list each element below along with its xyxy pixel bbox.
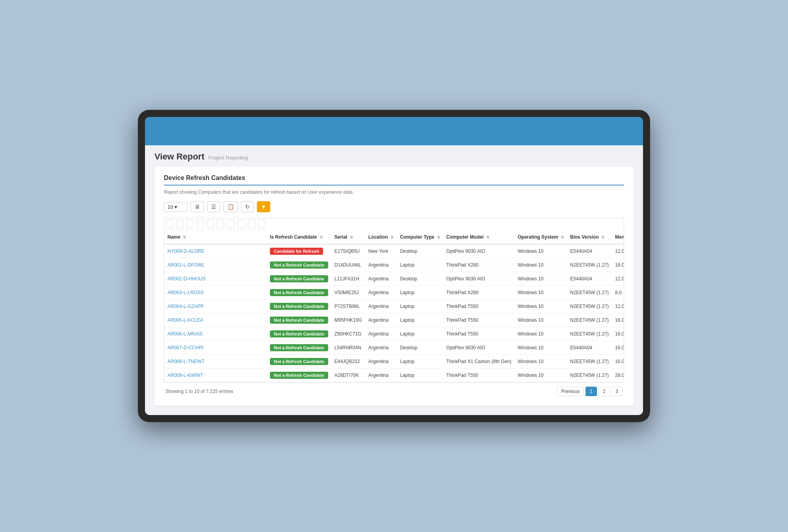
name-link[interactable]: AR003-L-LROSS	[167, 290, 204, 295]
cell-name: AR006-L-MRAIS	[164, 327, 267, 341]
col-name[interactable]: Name ⇅	[164, 230, 267, 244]
per-page-select[interactable]: 10 ▾	[164, 202, 188, 212]
prev-page-button[interactable]: Previous	[557, 387, 584, 396]
filter-location-input[interactable]	[197, 220, 204, 228]
cell-memory: 12.0	[612, 272, 624, 286]
cell-computer-type: Laptop	[397, 286, 443, 300]
cell-name: AR007-D-CCHRI	[164, 341, 267, 355]
name-link[interactable]: AR009-L-KWINT	[167, 373, 203, 378]
toolbar: 10 ▾ 🖥 ☰ 📋 ↻ ▼	[164, 201, 624, 212]
refresh-badge: Not a Refresh Candidate	[270, 317, 328, 324]
cell-computer-model: ThinkPad T550	[443, 369, 515, 382]
cell-bios: E5440A04	[567, 272, 612, 286]
device-screen: View Report Project Reporting Device Ref…	[145, 117, 643, 415]
search-header	[164, 218, 624, 230]
sort-os-icon: ⇅	[561, 235, 564, 239]
cell-memory: 16.0	[612, 355, 624, 369]
cell-location: Argentina	[365, 258, 397, 272]
list-view-button[interactable]: ☰	[207, 201, 220, 212]
cell-refresh: Not a Refresh Candidate	[267, 341, 331, 355]
cell-name: AR001-L-DFOWL	[164, 258, 267, 272]
col-location[interactable]: Location ⇅	[365, 230, 397, 244]
cell-serial: L11JFA31H	[331, 272, 365, 286]
cell-memory: 12.0	[612, 300, 624, 313]
cell-computer-type: Laptop	[397, 258, 443, 272]
filter-type-input[interactable]	[207, 220, 214, 228]
refresh-button[interactable]: ↻	[241, 201, 254, 212]
cell-name: NY009-D-ALORE	[164, 244, 267, 258]
cell-location: Argentina	[365, 272, 397, 286]
refresh-badge: Not a Refresh Candidate	[270, 303, 328, 310]
col-bios[interactable]: Bios Version ⇅	[567, 230, 612, 244]
cell-computer-model: ThinkPad T550	[443, 313, 515, 327]
page-3-button[interactable]: 3	[611, 387, 623, 396]
search-serial-input[interactable]	[186, 220, 193, 228]
filter-model-input[interactable]	[217, 220, 224, 228]
search-name-cell	[164, 218, 175, 230]
filter-bios-input[interactable]	[238, 220, 245, 228]
filter-bios-cell	[236, 218, 246, 230]
cell-bios: N2EET45W (1.27)	[567, 369, 612, 382]
cell-serial: P72STB96L	[331, 300, 365, 313]
col-computer-model[interactable]: Computer Model ⇅	[443, 230, 515, 244]
export-button[interactable]: 📋	[223, 201, 238, 212]
sort-type-icon: ⇅	[437, 235, 440, 239]
name-link[interactable]: NY009-D-ALORE	[167, 248, 204, 254]
name-link[interactable]: AR005-L-KCLEA	[167, 317, 203, 323]
cell-name: AR009-L-KWINT	[164, 369, 267, 382]
cell-location: New York	[365, 244, 397, 258]
refresh-badge: Not a Refresh Candidate	[270, 330, 328, 337]
name-link[interactable]: AR007-D-CCHRI	[167, 345, 203, 350]
cell-os: Windows 10	[515, 327, 567, 341]
col-computer-type[interactable]: Computer Type ⇅	[397, 230, 443, 244]
cell-computer-type: Laptop	[397, 300, 443, 313]
col-serial[interactable]: Serial ⇅	[331, 230, 365, 244]
table-row: NY009-D-ALORE Candidate for Refresh E17S…	[164, 244, 624, 258]
cell-memory: 28.0	[612, 369, 624, 382]
cell-computer-model: ThinkPad X280	[443, 258, 515, 272]
search-name-input[interactable]	[166, 220, 173, 228]
filter-memory-input[interactable]	[248, 220, 255, 228]
name-link[interactable]: AR001-L-DFOWL	[167, 262, 205, 268]
cell-computer-type: Desktop	[397, 244, 443, 258]
cell-location: Argentina	[365, 355, 397, 369]
filter-button[interactable]: ▼	[257, 201, 270, 212]
filter-os-input[interactable]	[227, 220, 234, 228]
cell-memory: 8.0	[612, 286, 624, 300]
refresh-badge: Not a Refresh Candidate	[270, 372, 328, 379]
refresh-badge: Candidate for Refresh	[270, 248, 323, 255]
cell-refresh: Not a Refresh Candidate	[267, 327, 331, 341]
cell-location: Argentina	[365, 341, 397, 355]
cell-memory: 16.0	[612, 341, 624, 355]
cell-location: Argentina	[365, 300, 397, 313]
search-serial-cell	[185, 218, 195, 230]
page-subtitle: Project Reporting	[208, 155, 248, 161]
cell-location: Argentina	[365, 286, 397, 300]
name-link[interactable]: AR006-L-MRAIS	[167, 331, 203, 337]
cell-refresh: Not a Refresh Candidate	[267, 300, 331, 313]
filter-model-cell	[216, 218, 226, 230]
col-memory[interactable]: Memory Gb ⇅	[612, 230, 624, 244]
cell-serial: V50MIE25J	[331, 286, 365, 300]
col-refresh[interactable]: Is Refresh Candidate ⇅	[267, 230, 331, 244]
filter-disk-input[interactable]	[258, 220, 265, 228]
col-os[interactable]: Operating System ⇅	[515, 230, 567, 244]
table-row: AR004-L-GZAPP Not a Refresh Candidate P7…	[164, 300, 624, 313]
cell-computer-type: Laptop	[397, 355, 443, 369]
cell-memory: 16.0	[612, 327, 624, 341]
sort-location-icon: ⇅	[390, 235, 394, 239]
monitor-view-button[interactable]: 🖥	[191, 201, 204, 212]
data-table: Name ⇅ Is Refresh Candidate ⇅ Serial ⇅ L…	[164, 218, 624, 382]
name-link[interactable]: AR002-D-HHOUS	[167, 276, 206, 282]
cell-memory: 16.0	[612, 313, 624, 327]
filter-type-cell	[205, 218, 216, 230]
cell-serial: A28DTI70K	[331, 369, 365, 382]
page-1-button[interactable]: 1	[585, 387, 597, 396]
name-link[interactable]: AR008-L-TNEWT	[167, 359, 204, 364]
page-2-button[interactable]: 2	[598, 387, 610, 396]
name-link[interactable]: AR004-L-GZAPP	[167, 304, 204, 309]
device-frame: View Report Project Reporting Device Ref…	[138, 110, 650, 422]
cell-serial: Z90HKC71G	[331, 327, 365, 341]
top-bar	[145, 117, 643, 145]
filter-refresh-input[interactable]	[176, 220, 183, 228]
